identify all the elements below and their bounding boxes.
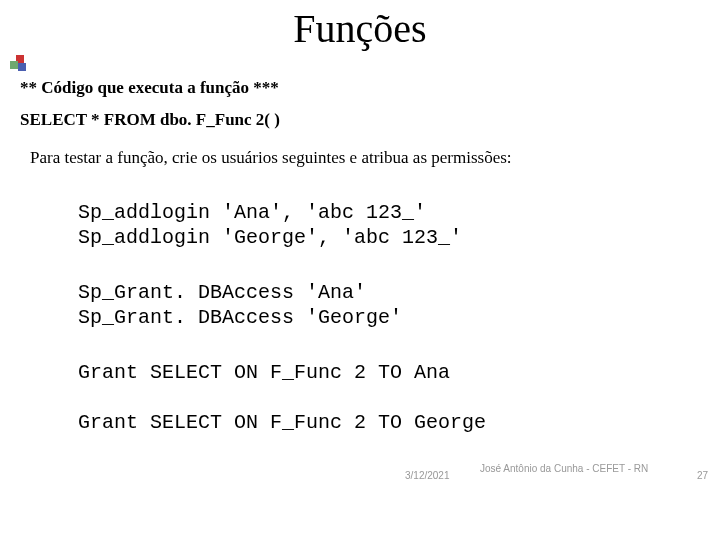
code-block-grantdbaccess: Sp_Grant. DBAccess 'Ana' Sp_Grant. DBAcc…: [78, 280, 402, 330]
instruction-text: Para testar a função, crie os usuários s…: [30, 148, 512, 168]
code-block-grant-ana: Grant SELECT ON F_Func 2 TO Ana: [78, 360, 450, 385]
accent-icon: [10, 55, 26, 71]
code-block-addlogin: Sp_addlogin 'Ana', 'abc 123_' Sp_addlogi…: [78, 200, 462, 250]
footer-page-number: 27: [697, 470, 708, 481]
code-block-grant-george: Grant SELECT ON F_Func 2 TO George: [78, 410, 486, 435]
footer-date: 3/12/2021: [405, 470, 450, 481]
comment-line: ** Código que executa a função ***: [20, 78, 279, 98]
page-title: Funções: [0, 5, 720, 52]
sql-select-line: SELECT * FROM dbo. F_Func 2( ): [20, 110, 280, 130]
footer-author: José Antônio da Cunha - CEFET - RN: [480, 462, 680, 475]
slide: Funções ** Código que executa a função *…: [0, 0, 720, 540]
